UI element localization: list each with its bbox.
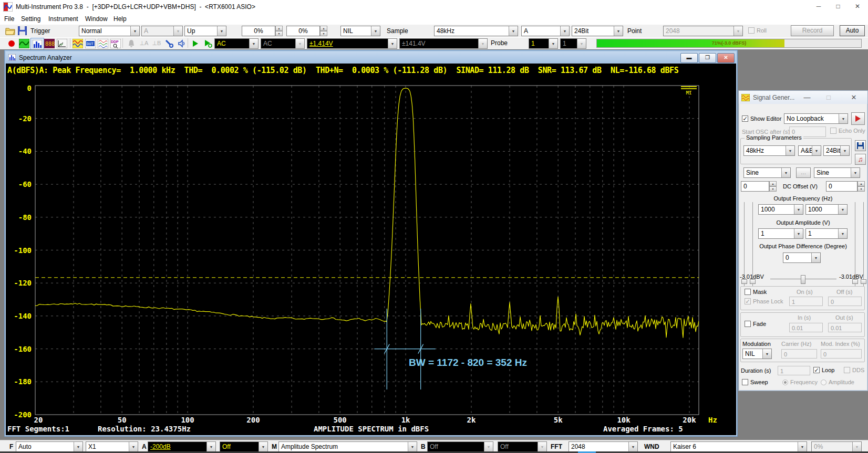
- sample-rate-combo[interactable]: 48kHz▼: [434, 26, 518, 36]
- phase-lock-checkbox: ✓Phase Lock: [745, 298, 783, 304]
- mask-on-label: On (s): [797, 289, 813, 295]
- amplitude-a-combo[interactable]: 1▼: [758, 228, 803, 239]
- sample-channel-combo[interactable]: A▼: [521, 26, 570, 36]
- resolution-text: Resolution: 23.4375Hz: [98, 425, 191, 433]
- menu-instrument[interactable]: Instrument: [48, 15, 78, 23]
- chevron-down-icon: ▼: [173, 26, 182, 36]
- trigger-delay-spinner[interactable]: 0% ▲▼: [286, 26, 327, 36]
- spin-down-icon: ▼: [857, 186, 865, 192]
- siggen-close-button[interactable]: ✕: [849, 93, 859, 101]
- checkbox-box: [748, 27, 755, 34]
- menu-setting[interactable]: Setting: [21, 15, 40, 23]
- run-once-icon[interactable]: [202, 38, 214, 49]
- multimeter-icon[interactable]: 888: [43, 38, 56, 49]
- chevron-down-icon: ▼: [838, 205, 847, 214]
- amplitude-b-combo[interactable]: 1▼: [805, 228, 848, 239]
- svg-text:-20: -20: [18, 114, 32, 123]
- trigger-source-combo: A▼: [141, 26, 183, 36]
- mask-checkbox[interactable]: Mask: [745, 289, 767, 295]
- waveform-a-combo[interactable]: Sine▼: [743, 167, 791, 178]
- device-test-plan-icon[interactable]: DUT: [84, 38, 97, 49]
- spectrum-minimize-button[interactable]: ▬: [680, 53, 698, 63]
- siggen-sample-rate-combo[interactable]: 48kHz▼: [743, 145, 795, 156]
- svg-text:888: 888: [45, 41, 55, 47]
- checkbox-box: [742, 379, 748, 385]
- auto-button[interactable]: Auto: [840, 25, 865, 36]
- modulation-type-combo[interactable]: NIL▼: [742, 349, 772, 359]
- dc-offset-a-spinner[interactable]: 0 ▲▼: [741, 181, 777, 192]
- waveform-b-combo[interactable]: Sine▼: [814, 167, 860, 178]
- range-a-combo[interactable]: ±1.414V▼: [307, 38, 397, 49]
- coupling-a-combo[interactable]: AC▼: [214, 38, 259, 49]
- spectrum-plot[interactable]: 0-20-40-60-80-100-120-140-160-180-200205…: [6, 77, 736, 435]
- record-icon[interactable]: [5, 38, 18, 49]
- menu-window[interactable]: Window: [85, 15, 108, 23]
- display-a-combo[interactable]: Off▼: [220, 441, 268, 452]
- sample-bits-combo[interactable]: 24Bit▼: [572, 26, 623, 36]
- siggen-play-note-button[interactable]: ♫: [855, 154, 866, 165]
- fade-out-input: 0.01: [828, 323, 862, 332]
- siggen-run-button[interactable]: [851, 112, 865, 125]
- trigger-mode-combo[interactable]: Normal▼: [79, 26, 140, 36]
- open-file-icon[interactable]: [5, 26, 16, 35]
- mask-on-input: 1: [789, 297, 823, 306]
- mask-off-input: 0: [828, 297, 862, 306]
- coupling-b-combo: AC▼: [261, 38, 305, 49]
- spectrum-window-titlebar[interactable]: Spectrum Analyzer: [6, 51, 736, 64]
- minimize-button[interactable]: ─: [811, 2, 826, 12]
- speaker-icon[interactable]: [175, 38, 188, 49]
- frequency-a-combo[interactable]: 1000▼: [758, 204, 803, 215]
- range-a-bottom-combo[interactable]: -200dB▼: [148, 441, 216, 452]
- spectrum-close-button[interactable]: ✕: [717, 53, 735, 63]
- maximize-button[interactable]: □: [830, 2, 846, 12]
- show-editor-checkbox[interactable]: ✓Show Editor: [742, 115, 781, 122]
- phase-slider-thumb[interactable]: [801, 275, 805, 284]
- carrier-label: Carrier (Hz): [781, 341, 811, 347]
- dc-offset-b-spinner[interactable]: 0 ▲▼: [826, 181, 865, 192]
- spectrum-3d-plot-icon[interactable]: [56, 38, 68, 49]
- siggen-minimize-button[interactable]: —: [802, 93, 812, 101]
- svg-text:-180: -180: [14, 377, 32, 386]
- trigger-edge-combo[interactable]: Up▼: [184, 26, 226, 36]
- svg-text:2k: 2k: [467, 416, 476, 424]
- chevron-down-icon: ▼: [733, 26, 742, 36]
- fft-size-combo[interactable]: 2048▼: [569, 441, 638, 452]
- output-phase-label: Output Phase Difference (Degree): [738, 243, 868, 249]
- chevron-down-icon: ▼: [781, 168, 790, 177]
- mode-combo[interactable]: Amplitude Spectrum▼: [278, 441, 417, 452]
- trigger-level-spinner[interactable]: 0% ▲▼: [242, 26, 283, 36]
- waveform-more-button[interactable]: ...: [796, 167, 811, 178]
- frequency-axis-combo[interactable]: Auto▼: [16, 441, 83, 452]
- ddp-viewer-icon[interactable]: DDP: [109, 38, 122, 49]
- frequency-b-combo[interactable]: 1000▼: [805, 204, 848, 215]
- zoom-combo[interactable]: X1▼: [86, 441, 138, 452]
- window-function-combo[interactable]: Kaiser 6▼: [670, 441, 807, 452]
- sample-label: Sample: [387, 27, 408, 35]
- fft-segments-text: FFT Segments:1: [7, 425, 69, 433]
- probe-a-combo[interactable]: 1▼: [529, 38, 558, 49]
- spectrum-restore-button[interactable]: ❐: [699, 53, 716, 63]
- calibration-icon[interactable]: [163, 38, 175, 49]
- spectrum-analyzer-icon[interactable]: [30, 38, 44, 50]
- phase-difference-combo[interactable]: 0▼: [783, 252, 821, 263]
- loopback-combo[interactable]: No Loopback▼: [784, 113, 848, 124]
- siggen-channels-combo[interactable]: A&B▼: [798, 145, 821, 156]
- close-button[interactable]: ✕: [850, 2, 865, 12]
- trigger-frequency-combo[interactable]: NIL▼: [340, 26, 380, 36]
- spectrum-window-icon: [8, 54, 16, 61]
- fade-checkbox[interactable]: Fade: [745, 321, 766, 327]
- wnd-label: WND: [644, 443, 659, 450]
- oscilloscope-icon[interactable]: [18, 38, 30, 49]
- loop-checkbox[interactable]: ✓Loop: [813, 367, 834, 373]
- siggen-save-button[interactable]: [855, 140, 866, 151]
- run-icon[interactable]: [189, 38, 202, 49]
- signal-generator-icon[interactable]: [71, 38, 84, 49]
- sweep-checkbox[interactable]: Sweep: [742, 379, 768, 385]
- derived-data-icon[interactable]: [97, 38, 109, 49]
- siggen-bits-combo[interactable]: 24Bit▼: [823, 145, 850, 156]
- save-icon[interactable]: [18, 26, 27, 35]
- chevron-down-icon: ▼: [851, 168, 860, 177]
- menu-file[interactable]: File: [4, 15, 14, 23]
- menu-help[interactable]: Help: [113, 15, 127, 23]
- play-icon: [855, 115, 861, 122]
